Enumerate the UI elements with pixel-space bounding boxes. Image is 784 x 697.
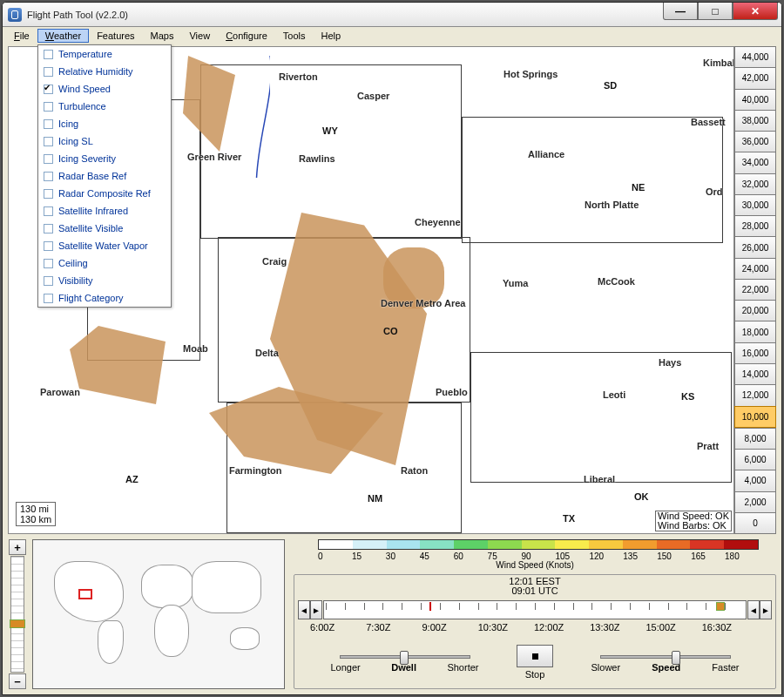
zoom-in-button[interactable]: +: [9, 539, 26, 555]
maximize-button[interactable]: □: [698, 3, 733, 20]
zoom-slider[interactable]: [10, 556, 24, 673]
time-step-back-button[interactable]: ◄: [298, 600, 310, 619]
dwell-slider-group: Longer Dwell Shorter: [298, 652, 511, 673]
altitude-button[interactable]: 34,000: [734, 152, 776, 173]
time-page-back-button[interactable]: ◄: [747, 600, 760, 619]
zoom-handle[interactable]: [10, 619, 25, 628]
time-axis-tick: 13:30Z: [590, 622, 645, 633]
weather-option[interactable]: Satellite Infrared: [38, 202, 171, 220]
menu-maps[interactable]: Maps: [143, 29, 182, 43]
weather-option-label: Satellite Water Vapor: [58, 240, 148, 251]
city-label: Hot Springs: [504, 69, 558, 79]
speed-knob[interactable]: [672, 651, 680, 665]
checkbox-icon: [44, 276, 53, 286]
time-axis-tick: 10:30Z: [478, 622, 534, 633]
state-label: OK: [634, 491, 649, 502]
altitude-button[interactable]: 6,000: [734, 449, 776, 470]
city-label: Delta: [255, 348, 279, 358]
zoom-control: + −: [8, 539, 27, 689]
minimap-viewport[interactable]: [78, 589, 92, 599]
state-outline: [470, 352, 732, 483]
weather-option-label: Icing SL: [58, 136, 93, 146]
weather-option[interactable]: Icing: [38, 115, 171, 132]
altitude-button[interactable]: 32,000: [734, 173, 776, 194]
menu-configure[interactable]: Configure: [218, 29, 275, 43]
zoom-out-button[interactable]: −: [9, 673, 26, 689]
altitude-button[interactable]: 4,000: [734, 470, 776, 491]
altitude-button[interactable]: 24,000: [734, 258, 776, 279]
altitude-button[interactable]: 22,000: [734, 279, 776, 300]
city-label: Pratt: [697, 441, 719, 451]
weather-option-label: Radar Base Ref: [58, 171, 126, 181]
time-handle[interactable]: [716, 602, 725, 611]
altitude-button[interactable]: 28,000: [734, 215, 776, 236]
status-wind-barbs: Wind Barbs: OK: [658, 521, 729, 531]
time-axis-tick: 12:00Z: [534, 622, 590, 633]
title-bar[interactable]: Flight Path Tool (v2.2.0) — □ ✕: [3, 3, 781, 27]
weather-option-label: Radar Composite Ref: [58, 188, 151, 199]
weather-option[interactable]: Icing SL: [38, 132, 171, 150]
city-label: Raton: [401, 465, 428, 476]
checkbox-icon: [44, 294, 53, 303]
checkbox-icon: [44, 172, 53, 181]
state-label: NE: [632, 182, 645, 193]
checkbox-icon: [44, 102, 53, 112]
menu-tools[interactable]: Tools: [275, 29, 314, 43]
dwell-slider[interactable]: [340, 655, 470, 659]
altitude-button[interactable]: 42,000: [734, 67, 776, 88]
city-label: Cheyenne: [415, 217, 461, 227]
menu-file[interactable]: File: [6, 29, 37, 43]
weather-option-label: Ceiling: [58, 258, 88, 268]
minimize-button[interactable]: —: [663, 3, 698, 20]
altitude-button[interactable]: 16,000: [734, 342, 776, 363]
checkbox-icon: [44, 85, 53, 94]
weather-option[interactable]: Icing Severity: [38, 150, 171, 167]
city-label: Riverton: [279, 71, 318, 82]
weather-option[interactable]: Relative Humidity: [38, 63, 171, 80]
close-button[interactable]: ✕: [733, 3, 778, 20]
weather-option[interactable]: Visibility: [38, 272, 171, 289]
altitude-button[interactable]: 20,000: [734, 300, 776, 321]
weather-option-label: Icing Severity: [58, 153, 116, 164]
weather-option[interactable]: Temperature: [38, 45, 171, 63]
weather-option[interactable]: Wind Speed: [38, 80, 171, 98]
time-axis-tick: 6:00Z: [310, 622, 366, 633]
altitude-button[interactable]: 2,000: [734, 491, 776, 512]
checkbox-icon: [44, 241, 53, 251]
window-title: Flight Path Tool (v2.2.0): [27, 10, 128, 20]
menu-help[interactable]: Help: [314, 29, 349, 43]
time-page-fwd-button[interactable]: ►: [760, 600, 772, 619]
time-slider[interactable]: [323, 600, 747, 619]
menu-features[interactable]: Features: [89, 29, 142, 43]
weather-option[interactable]: Radar Composite Ref: [38, 185, 171, 202]
altitude-button[interactable]: 38,000: [734, 110, 776, 131]
altitude-button[interactable]: 40,000: [734, 89, 776, 110]
altitude-button[interactable]: 14,000: [734, 363, 776, 384]
checkbox-icon: [44, 137, 53, 146]
stop-button[interactable]: [517, 645, 553, 667]
weather-option[interactable]: Satellite Water Vapor: [38, 237, 171, 254]
altitude-button[interactable]: 44,000: [734, 46, 776, 67]
dwell-knob[interactable]: [400, 651, 409, 665]
altitude-button[interactable]: 8,000: [734, 428, 776, 449]
altitude-button[interactable]: 0: [734, 512, 776, 534]
world-minimap[interactable]: [32, 539, 285, 689]
altitude-button[interactable]: 10,000: [734, 406, 776, 428]
altitude-button[interactable]: 30,000: [734, 194, 776, 215]
altitude-button[interactable]: 12,000: [734, 384, 776, 405]
time-panel: 12:01 EEST 09:01 UTC ◄ ► ◄ ►: [294, 574, 776, 689]
altitude-button[interactable]: 36,000: [734, 131, 776, 152]
weather-option[interactable]: Flight Category: [38, 289, 171, 307]
weather-option[interactable]: Satellite Visible: [38, 220, 171, 237]
weather-option[interactable]: Ceiling: [38, 254, 171, 272]
weather-option[interactable]: Radar Base Ref: [38, 167, 171, 185]
altitude-button[interactable]: 18,000: [734, 321, 776, 342]
time-step-fwd-button[interactable]: ►: [310, 600, 322, 619]
weather-option[interactable]: Turbulence: [38, 98, 171, 115]
stop-label: Stop: [525, 669, 545, 680]
menu-weather[interactable]: Weather: [37, 29, 89, 43]
stop-icon: [532, 653, 538, 660]
speed-slider[interactable]: [600, 655, 731, 659]
altitude-button[interactable]: 26,000: [734, 236, 776, 257]
menu-view[interactable]: View: [181, 29, 218, 43]
